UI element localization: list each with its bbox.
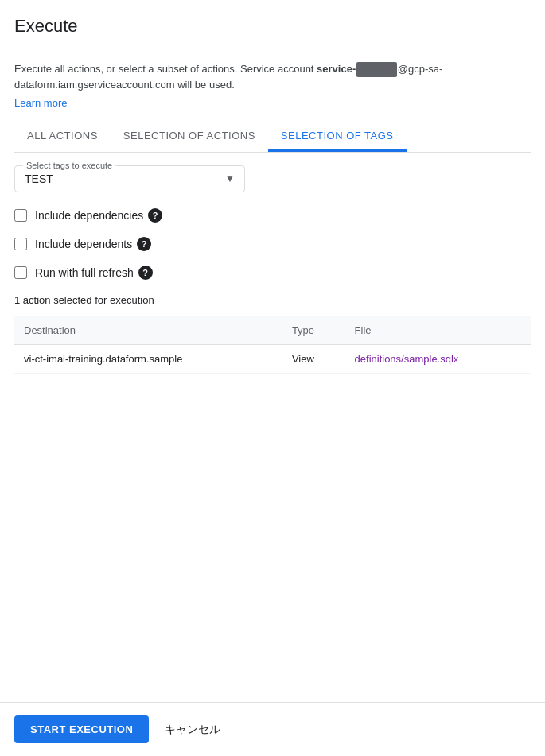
include-dependencies-checkbox[interactable] — [14, 209, 27, 222]
cell-destination: vi-ct-imai-training.dataform.sample — [14, 344, 282, 373]
chevron-down-icon: ▼ — [225, 173, 235, 184]
include-dependencies-row: Include dependencies ? — [14, 208, 531, 223]
tabs-container: ALL ACTIONS SELECTION OF ACTIONS SELECTI… — [14, 122, 531, 153]
tag-select-inner[interactable]: TEST ▼ — [25, 173, 235, 185]
col-destination: Destination — [14, 316, 282, 344]
tab-selection-of-tags[interactable]: SELECTION OF TAGS — [268, 122, 407, 152]
tag-select-wrapper[interactable]: Select tags to execute TEST ▼ — [14, 165, 245, 192]
description-suffix: will be used. — [175, 79, 235, 91]
include-dependents-row: Include dependents ? — [14, 237, 531, 251]
tag-select-value: TEST — [25, 173, 53, 185]
action-count: 1 action selected for execution — [14, 294, 531, 306]
file-link[interactable]: definitions/sample.sqlx — [355, 353, 459, 365]
table-header: Destination Type File — [14, 316, 531, 344]
table-body: vi-ct-imai-training.dataform.sample View… — [14, 344, 531, 373]
description-prefix: Execute all actions, or select a subset … — [14, 63, 317, 75]
actions-table: Destination Type File vi-ct-imai-trainin… — [14, 316, 531, 374]
start-execution-button[interactable]: START EXECUTION — [14, 715, 149, 743]
col-type: Type — [282, 316, 345, 344]
learn-more-link[interactable]: Learn more — [14, 97, 67, 109]
tab-selection-of-actions[interactable]: SELECTION OF ACTIONS — [111, 122, 268, 152]
cancel-button[interactable]: キャンセル — [165, 723, 220, 737]
run-with-full-refresh-help-icon[interactable]: ? — [138, 266, 153, 280]
include-dependents-label: Include dependents — [35, 238, 132, 250]
include-dependencies-label: Include dependencies — [35, 209, 143, 222]
cell-type: View — [282, 344, 345, 373]
include-dependents-checkbox[interactable] — [14, 238, 27, 250]
masked-account — [356, 62, 397, 78]
run-with-full-refresh-label: Run with full refresh — [35, 266, 134, 279]
footer: START EXECUTION キャンセル — [0, 702, 545, 756]
cell-file: definitions/sample.sqlx — [345, 344, 531, 373]
tab-content-selection-of-tags: Select tags to execute TEST ▼ Include de… — [14, 153, 531, 374]
tag-select-label: Select tags to execute — [23, 161, 115, 170]
table-row: vi-ct-imai-training.dataform.sample View… — [14, 344, 531, 373]
include-dependents-help-icon[interactable]: ? — [137, 237, 151, 251]
include-dependencies-help-icon[interactable]: ? — [148, 208, 162, 223]
page-title: Execute — [14, 16, 531, 48]
description-text: Execute all actions, or select a subset … — [14, 61, 531, 93]
run-with-full-refresh-row: Run with full refresh ? — [14, 266, 531, 280]
col-file: File — [345, 316, 531, 344]
service-account-name: service- — [317, 63, 356, 75]
tab-all-actions[interactable]: ALL ACTIONS — [14, 122, 111, 152]
run-with-full-refresh-checkbox[interactable] — [14, 266, 27, 279]
